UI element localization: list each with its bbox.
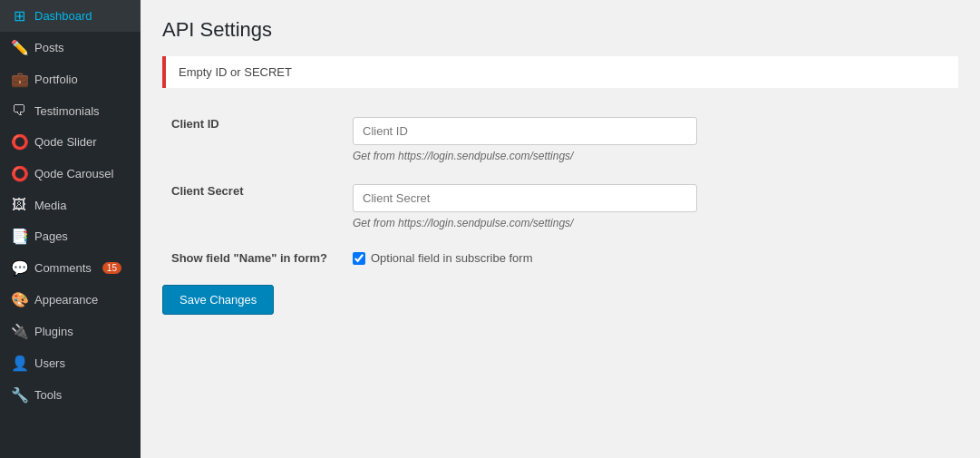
sidebar-item-media[interactable]: 🖼 Media bbox=[0, 190, 141, 220]
appearance-icon: 🎨 bbox=[11, 291, 27, 308]
client-secret-row: Client Secret Get from https://login.sen… bbox=[162, 173, 958, 240]
save-changes-button[interactable]: Save Changes bbox=[162, 285, 274, 315]
page-title: API Settings bbox=[162, 18, 958, 42]
portfolio-icon: 💼 bbox=[11, 71, 27, 88]
sidebar-item-posts[interactable]: ✏️ Posts bbox=[0, 32, 141, 63]
sidebar-item-label: Tools bbox=[34, 388, 62, 402]
sidebar-item-appearance[interactable]: 🎨 Appearance bbox=[0, 284, 141, 316]
sidebar-item-label: Media bbox=[34, 199, 66, 212]
sidebar-item-comments[interactable]: 💬 Comments 15 bbox=[0, 252, 141, 284]
error-notice: Empty ID or SECRET bbox=[162, 56, 958, 88]
qode-slider-icon: ⭕ bbox=[11, 133, 27, 151]
media-icon: 🖼 bbox=[11, 197, 27, 213]
sidebar-item-label: Posts bbox=[34, 41, 64, 54]
comments-badge: 15 bbox=[102, 262, 121, 274]
sidebar: ⊞ Dashboard ✏️ Posts 💼 Portfolio 🗨 Testi… bbox=[0, 0, 141, 458]
sidebar-item-label: Pages bbox=[34, 229, 68, 243]
plugins-icon: 🔌 bbox=[11, 323, 27, 340]
comments-icon: 💬 bbox=[11, 259, 27, 277]
sidebar-item-label: Portfolio bbox=[34, 73, 78, 86]
sidebar-item-label: Qode Slider bbox=[34, 135, 97, 149]
dashboard-icon: ⊞ bbox=[11, 7, 27, 24]
show-name-checkbox[interactable] bbox=[353, 252, 365, 265]
users-icon: 👤 bbox=[11, 355, 27, 372]
pages-icon: 📑 bbox=[11, 228, 27, 245]
sidebar-item-qode-slider[interactable]: ⭕ Qode Slider bbox=[0, 126, 141, 158]
sidebar-item-qode-carousel[interactable]: ⭕ Qode Carousel bbox=[0, 158, 141, 190]
api-settings-form: Client ID Get from https://login.sendpul… bbox=[162, 106, 958, 276]
client-secret-label: Client Secret bbox=[171, 184, 243, 198]
client-id-description: Get from https://login.sendpulse.com/set… bbox=[353, 150, 949, 162]
sidebar-item-pages[interactable]: 📑 Pages bbox=[0, 220, 141, 252]
error-notice-text: Empty ID or SECRET bbox=[179, 65, 292, 79]
show-name-checkbox-label: Optional field in subscribe form bbox=[371, 251, 532, 265]
show-name-row: Show field "Name" in form? Optional fiel… bbox=[162, 240, 958, 276]
sidebar-item-label: Dashboard bbox=[34, 9, 92, 23]
tools-icon: 🔧 bbox=[11, 386, 27, 404]
show-name-label: Show field "Name" in form? bbox=[171, 251, 327, 265]
sidebar-item-tools[interactable]: 🔧 Tools bbox=[0, 379, 141, 411]
sidebar-item-portfolio[interactable]: 💼 Portfolio bbox=[0, 63, 141, 95]
sidebar-item-plugins[interactable]: 🔌 Plugins bbox=[0, 316, 141, 347]
sidebar-item-label: Users bbox=[34, 356, 65, 370]
sidebar-item-label: Qode Carousel bbox=[34, 167, 113, 180]
testimonials-icon: 🗨 bbox=[11, 102, 27, 119]
client-id-label: Client ID bbox=[171, 117, 219, 131]
main-content: API Settings Empty ID or SECRET Client I… bbox=[141, 0, 980, 458]
posts-icon: ✏️ bbox=[11, 39, 27, 56]
sidebar-item-users[interactable]: 👤 Users bbox=[0, 347, 141, 379]
sidebar-item-label: Appearance bbox=[34, 293, 98, 307]
sidebar-item-label: Plugins bbox=[34, 325, 73, 338]
sidebar-item-label: Comments bbox=[34, 261, 92, 275]
client-secret-input[interactable] bbox=[353, 184, 697, 212]
sidebar-item-testimonials[interactable]: 🗨 Testimonials bbox=[0, 95, 141, 126]
client-id-input[interactable] bbox=[353, 117, 697, 145]
sidebar-item-label: Testimonials bbox=[34, 104, 100, 118]
sidebar-item-dashboard[interactable]: ⊞ Dashboard bbox=[0, 0, 141, 32]
qode-carousel-icon: ⭕ bbox=[11, 165, 27, 182]
show-name-checkbox-row: Optional field in subscribe form bbox=[353, 251, 949, 265]
client-id-row: Client ID Get from https://login.sendpul… bbox=[162, 106, 958, 173]
client-secret-description: Get from https://login.sendpulse.com/set… bbox=[353, 217, 949, 229]
